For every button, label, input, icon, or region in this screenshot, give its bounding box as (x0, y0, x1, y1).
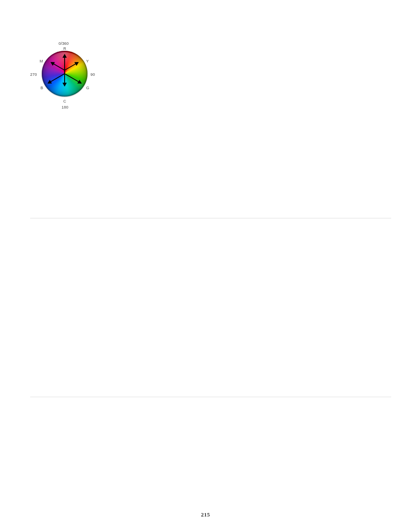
color-r-label: R (63, 47, 66, 51)
document-page: 0/360 90 180 270 R Y G C B M (0, 0, 411, 532)
degree-top-label: 0/360 (59, 41, 69, 46)
section-divider (30, 397, 391, 397)
color-c-label: C (63, 99, 66, 103)
degree-bottom-label: 180 (62, 105, 68, 109)
color-wheel-figure: 0/360 90 180 270 R Y G C B M (30, 41, 99, 115)
section-divider (30, 218, 391, 218)
page-content: 0/360 90 180 270 R Y G C B M (30, 0, 391, 532)
degree-left-label: 270 (30, 72, 37, 77)
hue-wheel-icon (42, 51, 87, 96)
page-number: 215 (0, 511, 411, 518)
color-wheel (42, 51, 87, 96)
degree-right-label: 90 (90, 72, 95, 77)
